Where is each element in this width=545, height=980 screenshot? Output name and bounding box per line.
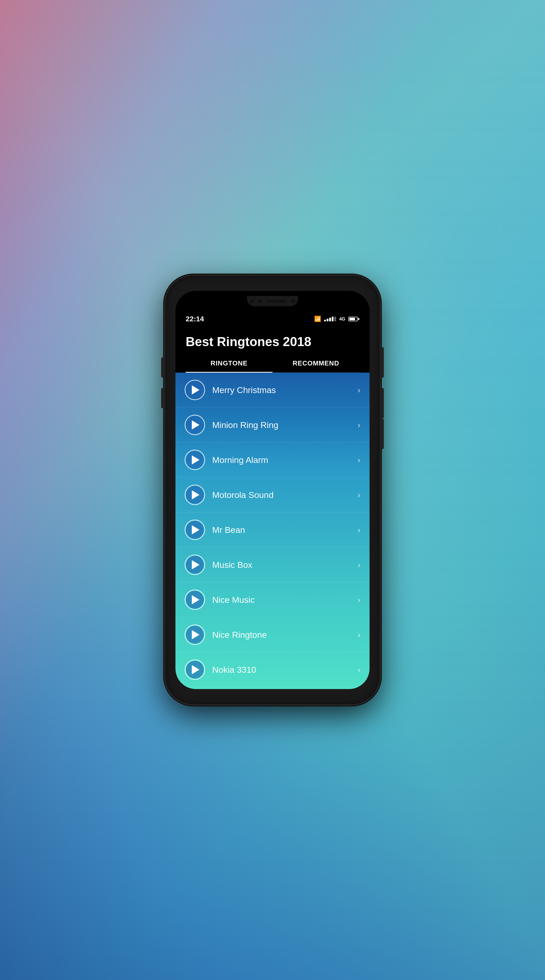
play-button-5[interactable] — [185, 520, 205, 540]
signal-bars — [324, 317, 336, 321]
status-bar: 22:14 📶 4G — [175, 311, 370, 327]
battery-fill — [349, 318, 355, 320]
battery-icon — [348, 317, 359, 321]
battery-body — [348, 317, 357, 321]
tabs-bar: RINGTONE RECOMMEND — [186, 354, 359, 372]
chevron-icon-8: › — [357, 630, 360, 640]
ringtone-title-6: Music Box — [212, 560, 357, 570]
signal-bar-2 — [327, 319, 328, 321]
ringtone-title-9: Nokia 3310 — [212, 665, 357, 675]
battery-tip — [358, 318, 359, 320]
app-content: Best Ringtones 2018 RINGTONE RECOMMEND M… — [175, 327, 370, 689]
app-header: Best Ringtones 2018 RINGTONE RECOMMEND — [175, 327, 370, 372]
chevron-icon-6: › — [357, 560, 360, 570]
play-icon-4 — [192, 490, 199, 500]
notch-dot-right — [291, 299, 295, 303]
chevron-icon-9: › — [357, 665, 360, 675]
network-type: 4G — [339, 317, 345, 322]
play-icon-6 — [192, 560, 199, 570]
status-time: 22:14 — [186, 315, 204, 323]
play-button-6[interactable] — [185, 555, 205, 575]
notch-camera — [250, 299, 254, 303]
play-icon-3 — [192, 455, 199, 465]
play-icon-5 — [192, 525, 199, 535]
signal-bar-5 — [334, 317, 336, 321]
list-item[interactable]: Nokia Phone › — [175, 687, 370, 689]
play-icon-1 — [192, 385, 199, 395]
list-item[interactable]: Mr Bean › — [175, 512, 370, 547]
play-icon-9 — [192, 665, 199, 674]
notch-inner — [247, 296, 298, 306]
notch-speaker — [266, 300, 287, 302]
play-button-4[interactable] — [185, 485, 205, 505]
status-icons: 📶 4G — [314, 316, 359, 322]
play-button-1[interactable] — [185, 380, 205, 400]
phone-device: 22:14 📶 4G — [165, 275, 380, 704]
app-title: Best Ringtones 2018 — [186, 334, 359, 349]
play-button-8[interactable] — [185, 625, 205, 645]
list-item[interactable]: Motorola Sound › — [175, 477, 370, 512]
wifi-icon: 📶 — [314, 316, 321, 322]
list-item[interactable]: Morning Alarm › — [175, 442, 370, 477]
play-icon-2 — [192, 420, 199, 430]
tab-recommend[interactable]: RECOMMEND — [272, 354, 359, 372]
signal-bar-3 — [329, 318, 331, 321]
list-item[interactable]: Minion Ring Ring › — [175, 407, 370, 442]
signal-bar-1 — [324, 320, 326, 321]
ringtone-title-4: Motorola Sound — [212, 490, 357, 500]
chevron-icon-5: › — [357, 525, 360, 535]
list-item[interactable]: Merry Christmas › — [175, 372, 370, 407]
signal-bar-4 — [332, 317, 333, 321]
chevron-icon-1: › — [357, 385, 360, 395]
list-item[interactable]: Nice Music › — [175, 582, 370, 617]
ringtone-title-2: Minion Ring Ring — [212, 420, 357, 430]
list-item[interactable]: Nice Ringtone › — [175, 617, 370, 652]
notch-sensor — [258, 299, 262, 303]
play-icon-8 — [192, 630, 199, 639]
chevron-icon-3: › — [357, 455, 360, 465]
play-button-9[interactable] — [185, 659, 205, 680]
chevron-icon-7: › — [357, 595, 360, 605]
ringtone-title-7: Nice Music — [212, 595, 357, 605]
list-item[interactable]: Music Box › — [175, 547, 370, 582]
chevron-icon-2: › — [357, 420, 360, 430]
play-icon-7 — [192, 595, 199, 605]
ringtone-list: Merry Christmas › Minion Ring Ring › Mor… — [175, 372, 370, 689]
ringtone-title-8: Nice Ringtone — [212, 630, 357, 640]
play-button-3[interactable] — [185, 450, 205, 470]
play-button-2[interactable] — [185, 415, 205, 435]
play-button-7[interactable] — [185, 590, 205, 610]
ringtone-title-3: Morning Alarm — [212, 455, 357, 465]
list-item[interactable]: Nokia 3310 › — [175, 652, 370, 687]
ringtone-title-1: Merry Christmas — [212, 385, 357, 395]
ringtone-title-5: Mr Bean — [212, 525, 357, 535]
chevron-icon-4: › — [357, 490, 360, 500]
phone-notch — [175, 291, 370, 311]
tab-ringtone[interactable]: RINGTONE — [186, 354, 272, 372]
phone-screen: 22:14 📶 4G — [175, 291, 370, 689]
